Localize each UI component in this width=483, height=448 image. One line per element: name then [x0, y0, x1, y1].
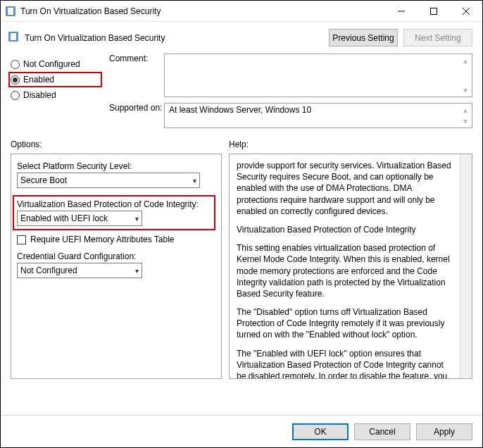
radio-not-configured[interactable]: Not Configured: [11, 56, 102, 72]
dialog-footer: OK Cancel Apply: [1, 415, 482, 447]
dropdown-value: Not Configured: [20, 266, 77, 275]
svg-rect-7: [11, 33, 16, 40]
radio-label: Enabled: [23, 75, 54, 85]
radio-icon: [11, 75, 20, 85]
titlebar: Turn On Virtualization Based Security: [1, 1, 482, 22]
options-panel: Select Platform Security Level: Secure B…: [11, 154, 222, 379]
help-paragraph: The "Disabled" option turns off Virtuali…: [237, 306, 455, 341]
previous-setting-button[interactable]: Previous Setting: [329, 29, 398, 46]
minimize-button[interactable]: [385, 1, 418, 22]
radio-icon: [11, 60, 20, 69]
policy-icon: [8, 31, 19, 44]
next-setting-button: Next Setting: [403, 29, 472, 46]
radio-label: Disabled: [23, 90, 56, 100]
vbpci-group: Virtualization Based Protection of Code …: [13, 195, 215, 230]
supported-on-value: At least Windows Server, Windows 10: [169, 105, 311, 115]
help-text: provide support for security services. V…: [237, 160, 465, 379]
credential-guard-label: Credential Guard Configuration:: [17, 251, 215, 261]
help-paragraph: provide support for security services. V…: [237, 160, 455, 217]
svg-rect-3: [431, 8, 437, 14]
radio-enabled[interactable]: Enabled: [8, 72, 102, 87]
chevron-down-icon: ▾: [463, 116, 468, 126]
policy-title: Turn On Virtualization Based Security: [25, 33, 323, 43]
chevron-up-icon: ▴: [463, 105, 468, 115]
credential-guard-dropdown[interactable]: Not Configured ▾: [17, 263, 142, 278]
radio-label: Not Configured: [23, 59, 80, 69]
help-panel: provide support for security services. V…: [229, 154, 472, 379]
comment-textarea[interactable]: ▴▾: [164, 54, 472, 97]
dropdown-value: Enabled with UEFI lock: [20, 213, 108, 223]
platform-security-dropdown[interactable]: Secure Boot ▾: [17, 173, 200, 188]
chevron-down-icon: ▾: [135, 267, 139, 275]
radio-disabled[interactable]: Disabled: [11, 87, 102, 103]
checkbox-label: Require UEFI Memory Attributes Table: [30, 235, 175, 244]
state-radio-group: Not Configured Enabled Disabled: [11, 54, 102, 134]
checkbox-icon: [17, 235, 26, 244]
radio-icon: [11, 91, 20, 100]
help-paragraph: Virtualization Based Protection of Code …: [237, 224, 455, 235]
vbpci-label: Virtualization Based Protection of Code …: [17, 199, 211, 209]
platform-security-label: Select Platform Security Level:: [17, 161, 215, 171]
supported-on-label: Supported on:: [109, 103, 164, 113]
uefi-memory-checkbox[interactable]: Require UEFI Memory Attributes Table: [17, 235, 215, 244]
supported-on-box: At least Windows Server, Windows 10 ▴▾: [164, 103, 472, 128]
policy-app-icon: [5, 6, 16, 17]
ok-button[interactable]: OK: [292, 423, 349, 440]
maximize-button[interactable]: [418, 1, 450, 22]
policy-header: Turn On Virtualization Based Security Pr…: [1, 22, 482, 54]
svg-rect-1: [8, 8, 13, 15]
vbpci-dropdown[interactable]: Enabled with UEFI lock ▾: [17, 211, 142, 226]
comment-label: Comment:: [109, 54, 164, 63]
help-paragraph: The "Enabled with UEFI lock" option ensu…: [237, 348, 455, 379]
help-paragraph: This setting enables virtualization base…: [237, 242, 455, 299]
chevron-up-icon: ▴: [463, 56, 468, 66]
options-label: Options:: [11, 139, 222, 154]
window-title: Turn On Virtualization Based Security: [20, 6, 385, 16]
cancel-button[interactable]: Cancel: [354, 423, 410, 440]
chevron-down-icon: ▾: [135, 215, 139, 223]
close-button[interactable]: [450, 1, 482, 22]
scrollbar[interactable]: [460, 154, 472, 378]
dropdown-value: Secure Boot: [20, 175, 67, 185]
help-label: Help:: [229, 139, 472, 154]
apply-button[interactable]: Apply: [416, 423, 472, 440]
chevron-down-icon: ▾: [463, 85, 468, 95]
chevron-down-icon: ▾: [193, 177, 196, 185]
